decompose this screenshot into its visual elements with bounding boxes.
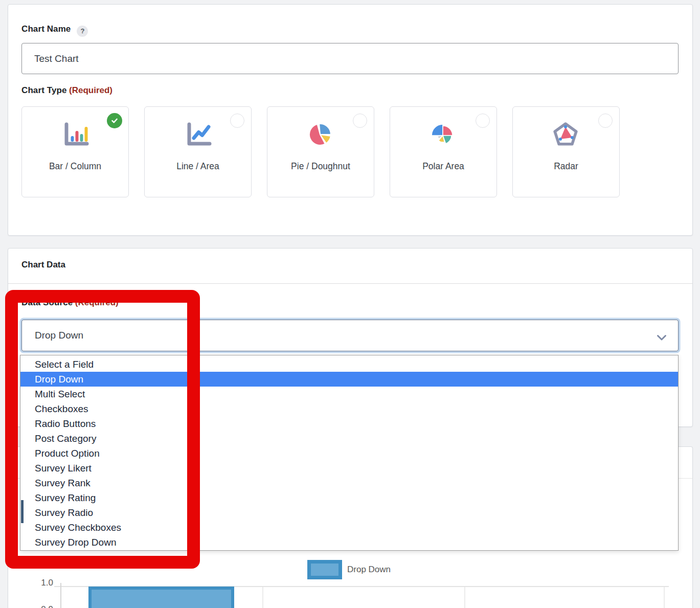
legend-label: Drop Down bbox=[347, 565, 391, 575]
chart-type-option-line-area[interactable]: Line / Area bbox=[144, 106, 252, 197]
chart-type-row: Chart Type (Required) bbox=[21, 85, 112, 96]
chevron-down-icon bbox=[657, 332, 667, 344]
bar-chart-icon bbox=[22, 118, 128, 152]
dropdown-option[interactable]: Survey Drop Down bbox=[20, 535, 678, 550]
pie-chart-icon bbox=[267, 118, 374, 152]
chart-name-input[interactable] bbox=[21, 43, 679, 74]
chart-type-label: Chart Type bbox=[21, 85, 67, 95]
polar-area-icon bbox=[390, 118, 496, 152]
tile-label: Radar bbox=[513, 161, 619, 172]
y-axis-tick-2: 0.9 bbox=[33, 604, 53, 608]
chart-type-required: (Required) bbox=[69, 85, 112, 95]
data-source-dropdown-list: Select a Field Drop Down Multi Select Ch… bbox=[20, 355, 679, 551]
vertical-gridline bbox=[664, 587, 665, 608]
data-source-required: (Required) bbox=[75, 298, 119, 307]
data-source-select-value: Drop Down bbox=[35, 330, 83, 341]
chart-name-row: Chart Name? bbox=[21, 24, 88, 37]
chart-type-option-polar-area[interactable]: Polar Area bbox=[390, 106, 497, 197]
chart-data-header: Chart Data bbox=[8, 249, 692, 284]
line-chart-icon bbox=[145, 118, 251, 152]
tile-label: Pie / Doughnut bbox=[267, 161, 374, 172]
bar-drop-down[interactable] bbox=[88, 587, 234, 608]
legend-swatch-icon bbox=[307, 560, 342, 579]
tile-label: Bar / Column bbox=[22, 161, 128, 172]
dropdown-option[interactable]: Product Option bbox=[20, 446, 678, 461]
data-source-select[interactable]: Drop Down bbox=[21, 320, 679, 351]
chart-settings-card: Chart Name? Chart Type (Required) Bar / … bbox=[8, 4, 693, 236]
chart-name-label: Chart Name bbox=[21, 24, 71, 34]
chart-type-option-bar-column[interactable]: Bar / Column bbox=[21, 106, 129, 197]
help-icon[interactable]: ? bbox=[77, 26, 88, 37]
radar-chart-icon bbox=[513, 118, 619, 152]
tile-label: Line / Area bbox=[145, 161, 251, 172]
vertical-gridline bbox=[464, 587, 465, 608]
tile-label: Polar Area bbox=[390, 161, 496, 172]
dropdown-option[interactable]: Survey Rating bbox=[20, 490, 678, 505]
chart-data-title: Chart Data bbox=[21, 260, 65, 270]
dropdown-option[interactable]: Post Category bbox=[20, 431, 678, 446]
y-axis-tick-1: 1.0 bbox=[33, 578, 53, 588]
dropdown-option[interactable]: Survey Checkboxes bbox=[20, 520, 678, 535]
dropdown-option-selected[interactable]: Drop Down bbox=[20, 372, 678, 387]
chart-type-option-radar[interactable]: Radar bbox=[512, 106, 620, 197]
dropdown-option[interactable]: Checkboxes bbox=[20, 401, 678, 416]
dropdown-option[interactable]: Select a Field bbox=[20, 357, 678, 372]
dropdown-option[interactable]: Radio Buttons bbox=[20, 416, 678, 431]
y-axis-line bbox=[60, 583, 61, 608]
chart-type-option-pie-doughnut[interactable]: Pie / Doughnut bbox=[267, 106, 374, 197]
data-source-row: Data Source (Required) bbox=[21, 298, 119, 308]
dropdown-option[interactable]: Survey Rank bbox=[20, 476, 678, 490]
dropdown-option[interactable]: Multi Select bbox=[20, 387, 678, 401]
vertical-gridline bbox=[262, 587, 263, 608]
dropdown-option[interactable]: Survey Likert bbox=[20, 461, 678, 476]
data-source-label: Data Source bbox=[21, 298, 73, 307]
occluded-element-sliver bbox=[21, 500, 24, 523]
dropdown-option[interactable]: Survey Radio bbox=[20, 505, 678, 520]
chart-legend-item[interactable]: Drop Down bbox=[307, 560, 391, 579]
